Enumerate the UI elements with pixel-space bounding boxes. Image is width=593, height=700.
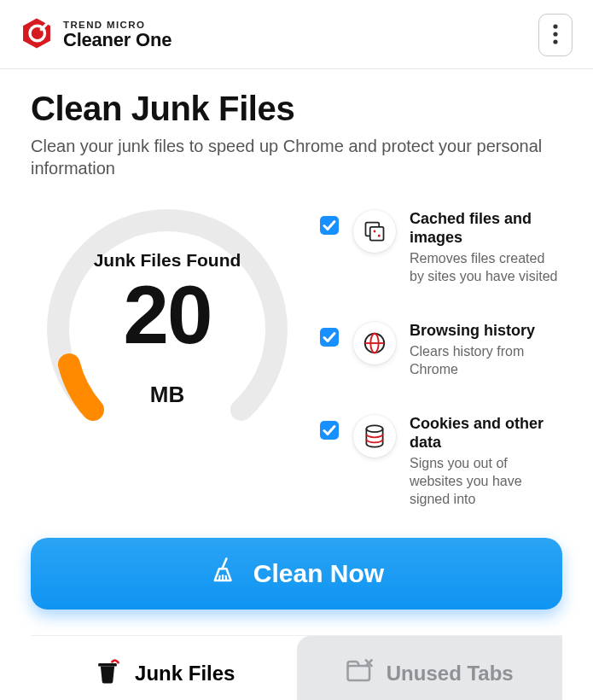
option-desc: Removes files created by sites you have … xyxy=(410,250,562,286)
gauge-label: Junk Files Found xyxy=(94,250,241,271)
gauge: Junk Files Found 20 MB xyxy=(39,205,295,444)
gauge-center: Junk Files Found 20 MB xyxy=(39,205,295,444)
option-desc: Clears history from Chrome xyxy=(410,343,562,379)
checkbox-browsing-history[interactable] xyxy=(319,327,340,351)
trash-icon xyxy=(92,656,123,691)
option-cached-files: Cached files and images Removes files cr… xyxy=(319,210,562,286)
svg-line-20 xyxy=(225,575,226,580)
content-row: Junk Files Found 20 MB xyxy=(31,205,562,509)
option-title: Browsing history xyxy=(410,322,562,341)
svg-point-16 xyxy=(366,425,382,432)
svg-rect-21 xyxy=(98,663,117,667)
gauge-unit: MB xyxy=(150,382,184,408)
option-title: Cached files and images xyxy=(410,210,562,247)
main-content: Clean Junk Files Clean your junk files t… xyxy=(0,69,593,700)
tab-junk-files-label: Junk Files xyxy=(135,662,235,685)
option-desc: Signs you out of websites you have signe… xyxy=(410,455,562,508)
svg-line-17 xyxy=(222,558,226,569)
option-cookies: Cookies and other data Signs you out of … xyxy=(319,415,562,509)
app-header: TREND MICRO Cleaner One xyxy=(0,0,593,69)
database-icon xyxy=(353,415,396,458)
checkbox-checked-icon xyxy=(319,327,340,347)
app-window: TREND MICRO Cleaner One Clean Junk Files… xyxy=(0,0,593,700)
checkbox-cached-files[interactable] xyxy=(319,215,340,239)
trendmicro-logo-icon xyxy=(20,17,53,53)
svg-rect-22 xyxy=(347,666,369,680)
broom-icon xyxy=(209,556,238,591)
clean-now-label: Clean Now xyxy=(253,559,384,588)
svg-point-4 xyxy=(553,32,557,36)
page-title: Clean Junk Files xyxy=(31,90,562,128)
gauge-panel: Junk Files Found 20 MB xyxy=(31,205,304,509)
tab-unused-tabs-label: Unused Tabs xyxy=(387,662,514,685)
option-title: Cookies and other data xyxy=(410,415,562,452)
more-menu-button[interactable] xyxy=(538,14,573,56)
option-text: Cached files and images Removes files cr… xyxy=(410,210,562,286)
brand-text: TREND MICRO Cleaner One xyxy=(63,20,172,50)
option-text: Browsing history Clears history from Chr… xyxy=(410,322,562,379)
cached-files-icon xyxy=(353,210,396,253)
globe-icon xyxy=(353,322,396,365)
bottom-tabs: Junk Files Unused Tabs xyxy=(31,635,562,700)
tabs-folder-icon xyxy=(346,658,375,689)
checkbox-checked-icon xyxy=(319,215,340,236)
clean-now-button[interactable]: Clean Now xyxy=(31,538,562,610)
option-text: Cookies and other data Signs you out of … xyxy=(410,415,562,509)
tab-junk-files[interactable]: Junk Files xyxy=(31,636,297,700)
brand: TREND MICRO Cleaner One xyxy=(20,17,172,53)
kebab-menu-icon xyxy=(553,24,558,47)
page-subtitle: Clean your junk files to speed up Chrome… xyxy=(31,135,560,179)
brand-name-bottom: Cleaner One xyxy=(63,30,172,50)
options-list: Cached files and images Removes files cr… xyxy=(319,205,562,509)
svg-point-10 xyxy=(378,235,381,237)
svg-point-5 xyxy=(553,39,557,44)
gauge-value: 20 xyxy=(124,274,212,356)
svg-point-3 xyxy=(553,24,557,28)
option-browsing-history: Browsing history Clears history from Chr… xyxy=(319,322,562,379)
svg-rect-8 xyxy=(370,227,384,241)
tab-unused-tabs[interactable]: Unused Tabs xyxy=(297,636,563,700)
checkbox-cookies[interactable] xyxy=(319,420,340,444)
svg-line-18 xyxy=(219,575,220,580)
svg-point-9 xyxy=(374,230,376,233)
checkbox-checked-icon xyxy=(319,420,340,440)
